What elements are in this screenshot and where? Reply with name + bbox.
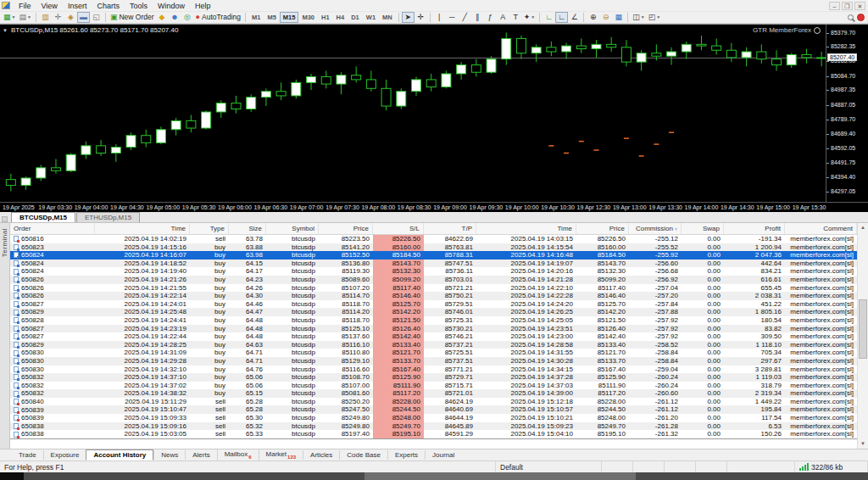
menu-item-help[interactable]: Help [190, 2, 216, 10]
chevron-down-icon[interactable]: ▼ [531, 13, 535, 22]
table-row[interactable]: 6508392025.04.19 15:10:47sell65.28btcusd… [10, 405, 857, 414]
table-row[interactable]: 6508162025.04.19 14:02:19sell63.78btcusd… [10, 235, 857, 243]
objects-button[interactable]: ∠ [568, 12, 581, 23]
table-row[interactable]: 6508402025.04.19 15:11:29sell65.28btcusd… [10, 398, 857, 406]
column-header-swap[interactable]: Swap [682, 223, 724, 234]
vertical-scrollbar[interactable]: ▲ ▼ [857, 223, 868, 449]
table-row[interactable]: 6508322025.04.19 14:38:32buy65.15btcusdp… [10, 389, 857, 398]
terminal-caption-strip[interactable]: Terminal [0, 223, 10, 449]
tab-journal[interactable]: Journal [425, 450, 461, 460]
column-header-order[interactable]: Order [10, 223, 95, 234]
scrollbar-thumb[interactable] [859, 299, 867, 359]
table-row[interactable]: 6508282025.04.19 14:24:41buy64.48btcusdp… [10, 316, 857, 325]
tab-alerts[interactable]: Alerts [185, 450, 216, 460]
timeframe-m5-button[interactable]: M5 [264, 12, 279, 23]
expert-advisors-button[interactable]: ☻ [169, 12, 181, 23]
trendline-button[interactable]: ╱ [459, 12, 471, 23]
table-row[interactable]: 6508262025.04.19 14:21:55buy64.26btcusdp… [10, 284, 857, 293]
table-row[interactable]: 6508292025.04.19 14:28:25buy64.63btcusdp… [10, 341, 857, 349]
close-icon[interactable]: ✕ [854, 2, 865, 10]
table-row[interactable]: 6508232025.04.19 14:15:16buy63.88btcusdp… [10, 243, 857, 252]
table-row[interactable]: 6508392025.04.19 15:09:33sell65.30btcusd… [10, 414, 857, 422]
menu-item-file[interactable]: File [14, 2, 36, 10]
templates-button[interactable]: ◰▼ [647, 12, 662, 23]
column-header-s-l[interactable]: S/L [373, 223, 424, 234]
terminal-button[interactable]: ▬ [77, 12, 90, 23]
cursor-button[interactable]: ➤ [402, 12, 415, 23]
table-row[interactable]: 6508272025.04.19 14:24:01buy64.46btcusdp… [10, 300, 857, 309]
column-header-comment[interactable]: Comment [785, 223, 857, 234]
chevron-down-icon[interactable]: ▼ [27, 13, 31, 22]
table-row[interactable]: 6508322025.04.19 14:37:10buy65.06btcusdp… [10, 373, 857, 382]
menu-item-insert[interactable]: Insert [63, 2, 92, 10]
table-row[interactable]: 6508382025.04.19 15:03:05sell65.33btcusd… [10, 430, 857, 438]
status-profile[interactable]: Default [496, 461, 602, 472]
column-header-time[interactable]: Time [95, 223, 190, 234]
menu-item-charts[interactable]: Charts [92, 2, 125, 10]
arrows-button[interactable]: ✦▼ [522, 12, 537, 23]
horizontal-line-button[interactable]: ─ [446, 12, 459, 23]
chart-tab-btcusdp-m15[interactable]: BTCUSDp,M15 [11, 212, 75, 222]
table-row[interactable]: 6508382025.04.19 15:09:16sell65.32btcusd… [10, 422, 857, 431]
timeframe-d1-button[interactable]: D1 [348, 12, 363, 23]
channel-button[interactable]: ∥ [471, 12, 484, 23]
column-header-time[interactable]: Time [476, 223, 576, 234]
chart-collapse-icon[interactable]: ▼ [3, 28, 8, 33]
table-row[interactable]: 6508242025.04.19 14:19:40buy64.17btcusdp… [10, 267, 857, 276]
column-header-t-p[interactable]: T/P [424, 223, 476, 234]
column-header-profit[interactable]: Profit [724, 223, 785, 234]
chevron-down-icon[interactable]: ▼ [656, 13, 660, 22]
text-button[interactable]: A [497, 12, 509, 23]
periods-button[interactable]: ◫▼ [631, 12, 646, 23]
scroll-up-icon[interactable]: ▲ [858, 223, 868, 232]
restore-icon[interactable]: ❒ [842, 2, 853, 10]
menu-item-view[interactable]: View [36, 2, 63, 10]
timeframe-m1-button[interactable]: M1 [248, 12, 264, 23]
table-row[interactable]: 6508302025.04.19 14:31:09buy64.71btcusdp… [10, 349, 857, 357]
chevron-down-icon[interactable]: ▼ [641, 13, 645, 22]
column-header-type[interactable]: Type [190, 223, 229, 234]
data-window-button[interactable]: ✛ [52, 12, 64, 23]
tab-news[interactable]: News [153, 450, 185, 460]
indicators-button[interactable]: ∟ [542, 12, 555, 23]
table-row[interactable]: 6508302025.04.19 14:29:28buy64.71btcusdp… [10, 357, 857, 366]
time-axis[interactable]: 19 Apr 202519 Apr 03:3019 Apr 04:0019 Ap… [0, 202, 868, 212]
webterminal-button[interactable]: ◎ [181, 12, 194, 23]
chart-tab-ethusdp-m15[interactable]: ETHUSDp,M15 [76, 212, 140, 222]
table-row[interactable]: 6508272025.04.19 14:22:44buy64.48btcusdp… [10, 332, 857, 341]
profiles-button[interactable]: ▤▼ [17, 12, 32, 23]
search-icon[interactable] [848, 14, 854, 20]
timeframe-m15-button[interactable]: M15 [280, 12, 299, 23]
table-row[interactable]: 6508262025.04.19 14:21:26buy64.23btcusdp… [10, 276, 857, 284]
table-row[interactable]: 6508272025.04.19 14:23:19buy64.48btcusdp… [10, 325, 857, 333]
column-header-price[interactable]: Price [576, 223, 629, 234]
metaeditor-button[interactable]: ◆ [156, 12, 169, 23]
tab-account-history[interactable]: Account History [86, 449, 153, 460]
new-chart-button[interactable]: ▦▼ [2, 12, 17, 23]
chart-area[interactable]: ▼ BTCUSDp,M15 85261.60 85273.70 85171.70… [0, 24, 868, 212]
table-row[interactable]: 6508242025.04.19 14:16:07buy63.98btcusdp… [10, 251, 857, 260]
minimize-icon[interactable]: – [829, 2, 840, 10]
price-axis[interactable]: 85379.7085282.3585185.0085084.7084987.35… [826, 25, 868, 203]
autotrading-button[interactable]: ●AutoTrading [194, 12, 242, 23]
timeframe-h4-button[interactable]: H4 [333, 12, 348, 23]
tab-exposure[interactable]: Exposure [43, 450, 86, 460]
timeframe-mn-button[interactable]: MN [379, 12, 396, 23]
chevron-down-icon[interactable]: ▼ [12, 13, 16, 22]
tab-code-base[interactable]: Code Base [339, 450, 387, 460]
zoom-out-button[interactable]: ⊖ [599, 12, 612, 23]
menu-item-window[interactable]: Window [153, 2, 190, 10]
table-row[interactable]: 6508322025.04.19 14:37:02buy65.06btcusdp… [10, 382, 857, 390]
scroll-down-icon[interactable]: ▼ [858, 439, 868, 449]
column-header-commission[interactable]: Commission▿ [629, 223, 682, 234]
table-row[interactable]: 6508302025.04.19 14:32:10buy64.76btcusdp… [10, 366, 857, 374]
notification-icon[interactable] [857, 14, 865, 21]
menu-item-tools[interactable]: Tools [125, 2, 153, 10]
strategy-tester-button[interactable]: ◱ [90, 12, 103, 23]
timeframe-w1-button[interactable]: W1 [363, 12, 379, 23]
text-label-button[interactable]: T [509, 12, 522, 23]
vertical-line-button[interactable]: | [433, 12, 446, 23]
tab-articles[interactable]: Articles [303, 450, 339, 460]
timeframe-h1-button[interactable]: H1 [318, 12, 333, 23]
zoom-in-button[interactable]: ⊕ [587, 12, 599, 23]
